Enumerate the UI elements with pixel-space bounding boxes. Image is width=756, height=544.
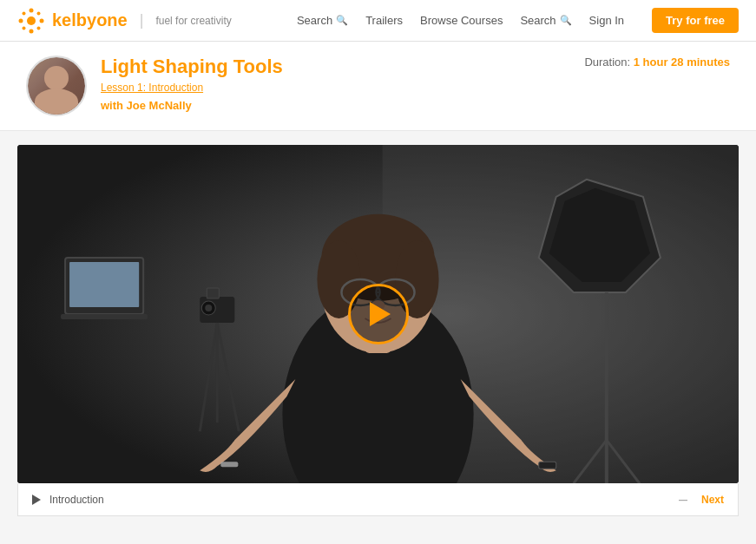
logo-tagline-text: fuel for creativity [155,15,231,27]
instructor-line: with Joe McNally [101,99,584,112]
instructor-avatar [26,56,87,116]
instructor-prefix: with [101,99,127,112]
svg-point-1 [30,8,34,12]
svg-point-0 [27,16,36,25]
svg-point-3 [19,18,23,23]
svg-point-4 [40,18,44,23]
svg-rect-12 [69,262,139,307]
svg-point-6 [37,11,41,15]
controls-minimize-button[interactable]: – [679,490,687,508]
video-background [17,145,739,483]
svg-rect-37 [220,462,238,467]
svg-rect-38 [539,462,556,469]
try-free-button[interactable]: Try for free [652,8,739,33]
duration-label: Duration: [584,56,630,69]
svg-rect-13 [61,314,148,319]
logo-separator: | [140,11,144,29]
nav-links: Search 🔍 Trailers Browse Courses Search … [297,8,739,33]
play-button[interactable] [348,284,409,344]
course-info-bar: Light Shaping Tools Lesson 1: Introducti… [0,42,756,131]
svg-rect-20 [207,288,219,298]
controls-next-button[interactable]: Next [701,494,724,506]
play-icon [370,302,391,326]
logo-area: kelbyone | fuel for creativity [17,7,297,35]
duration-area: Duration: 1 hour 28 minutes [584,56,730,69]
nav-browse[interactable]: Browse Courses [420,14,503,27]
site-header: kelbyone | fuel for creativity Search 🔍 … [0,0,756,42]
nav-search1[interactable]: Search 🔍 [297,14,348,27]
svg-point-2 [30,29,34,33]
svg-point-16 [205,305,212,311]
svg-point-5 [23,11,26,15]
video-controls-bar: Introduction – Next [17,483,739,516]
nav-search2[interactable]: Search 🔍 [520,14,571,27]
nav-trailers[interactable]: Trailers [365,14,403,27]
duration-value: 1 hour 28 minutes [634,56,730,69]
instructor-name: Joe McNally [127,99,192,112]
logo-brand-text: kelbyone [52,10,128,30]
lesson-link[interactable]: Lesson 1: Introduction [101,82,584,94]
search1-icon: 🔍 [336,15,348,26]
svg-point-8 [37,26,41,29]
kelbyone-logo-icon [17,7,45,35]
nav-signin[interactable]: Sign In [589,14,624,27]
course-title: Light Shaping Tools [101,56,584,78]
course-text-block: Light Shaping Tools Lesson 1: Introducti… [101,56,584,112]
svg-point-7 [23,26,26,29]
controls-lesson-label: Introduction [49,494,679,506]
video-player [17,145,739,483]
search2-icon: 🔍 [560,15,572,26]
controls-play-button[interactable] [32,495,41,505]
